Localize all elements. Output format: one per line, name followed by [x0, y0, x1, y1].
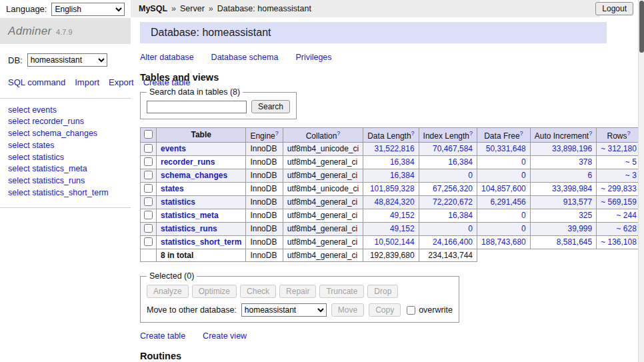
row-checkbox[interactable]	[144, 197, 153, 206]
sidebar-select-states[interactable]: select states	[8, 140, 123, 152]
data-free-link[interactable]: 0	[521, 157, 526, 167]
row-checkbox[interactable]	[144, 157, 153, 166]
vertical-scrollbar[interactable]	[638, 0, 644, 362]
rows-link[interactable]: ~ 569,159	[601, 197, 637, 207]
table-link-statistics-meta[interactable]: statistics_meta	[161, 211, 219, 220]
table-link-statistics-short-term[interactable]: statistics_short_term	[161, 237, 241, 247]
data-length-link[interactable]: 48,824,320	[375, 197, 415, 207]
row-checkbox[interactable]	[144, 144, 153, 153]
index-length-link[interactable]: 16,384	[448, 211, 473, 220]
breadcrumb-database-homeassistant[interactable]: Database: homeassistant	[217, 4, 311, 13]
auto-increment-link[interactable]: 8,581,645	[557, 237, 592, 247]
db-link-database-schema[interactable]: Database schema	[211, 53, 279, 62]
sidebar-link-sql-command[interactable]: SQL command	[8, 77, 65, 87]
data-length-link[interactable]: 16,384	[390, 171, 415, 180]
row-checkbox[interactable]	[144, 237, 153, 246]
data-length-link[interactable]: 10,502,144	[375, 237, 415, 247]
sidebar-select-statistics-runs[interactable]: select statistics_runs	[8, 175, 123, 187]
data-free-link[interactable]: 188,743,680	[481, 237, 526, 247]
rows-help-link[interactable]: ?	[627, 130, 631, 137]
table-link-states[interactable]: states	[161, 184, 184, 193]
scrollbar-thumb[interactable]	[639, 1, 644, 53]
data-free-link[interactable]: 6,291,456	[490, 197, 525, 207]
auto-increment-link[interactable]: 33,398,984	[552, 184, 592, 193]
auto-increment-link[interactable]: 913,577	[563, 197, 592, 207]
data-length-help-link[interactable]: ?	[411, 130, 415, 137]
data-free-link[interactable]: 104,857,600	[481, 184, 526, 193]
data-length-link[interactable]: 16,384	[390, 157, 415, 167]
drop-button[interactable]: Drop	[367, 285, 398, 298]
data-free-link[interactable]: 0	[521, 171, 526, 180]
logout-button[interactable]: Logout	[595, 2, 633, 15]
analyze-button[interactable]: Analyze	[147, 285, 189, 298]
language-select[interactable]: English	[51, 3, 125, 16]
rows-link[interactable]: ~ 312,180	[601, 144, 637, 153]
sidebar-select-events[interactable]: select events	[8, 105, 123, 117]
link-create-table[interactable]: Create table	[140, 331, 185, 341]
data-free-link[interactable]: 0	[521, 224, 526, 233]
collation-help-link[interactable]: ?	[337, 130, 340, 137]
collation-cell: utf8mb4_general_ci	[283, 236, 363, 249]
db-link-alter-database[interactable]: Alter database	[140, 53, 194, 62]
rows-link[interactable]: ~ 628	[617, 224, 637, 233]
check-button[interactable]: Check	[240, 285, 276, 298]
select-all-checkbox[interactable]	[144, 130, 153, 139]
table-link-schema-changes[interactable]: schema_changes	[161, 171, 227, 180]
data-length-link[interactable]: 49,152	[390, 211, 415, 220]
auto-increment-link[interactable]: 378	[579, 157, 592, 167]
table-link-events[interactable]: events	[161, 144, 186, 153]
optimize-button[interactable]: Optimize	[192, 285, 237, 298]
truncate-button[interactable]: Truncate	[319, 285, 364, 298]
row-checkbox[interactable]	[144, 184, 153, 193]
breadcrumb-server[interactable]: Server	[180, 4, 205, 13]
auto-increment-link[interactable]: 33,898,196	[552, 144, 592, 153]
data-free-link[interactable]: 0	[521, 211, 526, 220]
sidebar-select-statistics-short-term[interactable]: select statistics_short_term	[8, 187, 123, 199]
auto-increment-link[interactable]: 325	[579, 211, 592, 220]
table-link-recorder-runs[interactable]: recorder_runs	[161, 157, 215, 167]
sidebar-select-recorder-runs[interactable]: select recorder_runs	[8, 116, 123, 128]
index-length-link[interactable]: 72,220,672	[433, 197, 473, 207]
breadcrumb-mysql[interactable]: MySQL	[139, 4, 167, 13]
index-length-link[interactable]: 16,384	[448, 157, 473, 167]
copy-button[interactable]: Copy	[369, 303, 401, 317]
auto-increment-link[interactable]: 6	[587, 171, 592, 180]
move-button[interactable]: Move	[331, 303, 364, 317]
search-input[interactable]	[147, 101, 247, 113]
db-link-privileges[interactable]: Privileges	[295, 53, 331, 62]
row-checkbox[interactable]	[144, 224, 153, 233]
data-free-link[interactable]: 50,331,648	[486, 144, 526, 153]
overwrite-checkbox[interactable]	[407, 306, 415, 315]
index-length-link[interactable]: 24,166,400	[433, 237, 473, 247]
index-length-link[interactable]: 67,256,320	[433, 184, 473, 193]
link-create-view[interactable]: Create view	[203, 331, 247, 341]
index-length-link[interactable]: 0	[468, 171, 473, 180]
table-link-statistics-runs[interactable]: statistics_runs	[161, 224, 217, 233]
auto-increment-help-link[interactable]: ?	[589, 130, 592, 137]
sidebar-select-schema-changes[interactable]: select schema_changes	[8, 128, 123, 140]
sidebar-select-statistics-meta[interactable]: select statistics_meta	[8, 163, 123, 175]
move-db-select[interactable]: homeassistant	[241, 303, 327, 317]
row-checkbox[interactable]	[144, 171, 153, 179]
rows-link[interactable]: ~ 136,108	[601, 237, 637, 247]
db-select[interactable]: homeassistant	[27, 53, 107, 67]
row-checkbox[interactable]	[144, 211, 153, 219]
index-length-link[interactable]: 70,467,584	[433, 144, 473, 153]
rows-link[interactable]: ~ 244	[617, 211, 637, 220]
sidebar-select-statistics[interactable]: select statistics	[8, 152, 123, 164]
repair-button[interactable]: Repair	[279, 285, 316, 298]
search-button[interactable]: Search	[251, 100, 290, 113]
data-free-help-link[interactable]: ?	[520, 130, 523, 137]
engine-help-link[interactable]: ?	[275, 130, 279, 137]
rows-link[interactable]: ~ 3	[625, 171, 637, 180]
table-link-statistics[interactable]: statistics	[161, 197, 195, 207]
rows-link[interactable]: ~ 299,833	[601, 184, 637, 193]
index-length-help-link[interactable]: ?	[469, 130, 473, 137]
sidebar-link-import[interactable]: Import	[75, 77, 99, 87]
rows-link[interactable]: ~ 5	[625, 157, 637, 167]
data-length-link[interactable]: 49,152	[390, 224, 415, 233]
auto-increment-link[interactable]: 39,999	[567, 224, 592, 233]
index-length-link[interactable]: 0	[468, 224, 473, 233]
data-length-link[interactable]: 31,522,816	[375, 144, 415, 153]
data-length-link[interactable]: 101,859,328	[370, 184, 415, 193]
